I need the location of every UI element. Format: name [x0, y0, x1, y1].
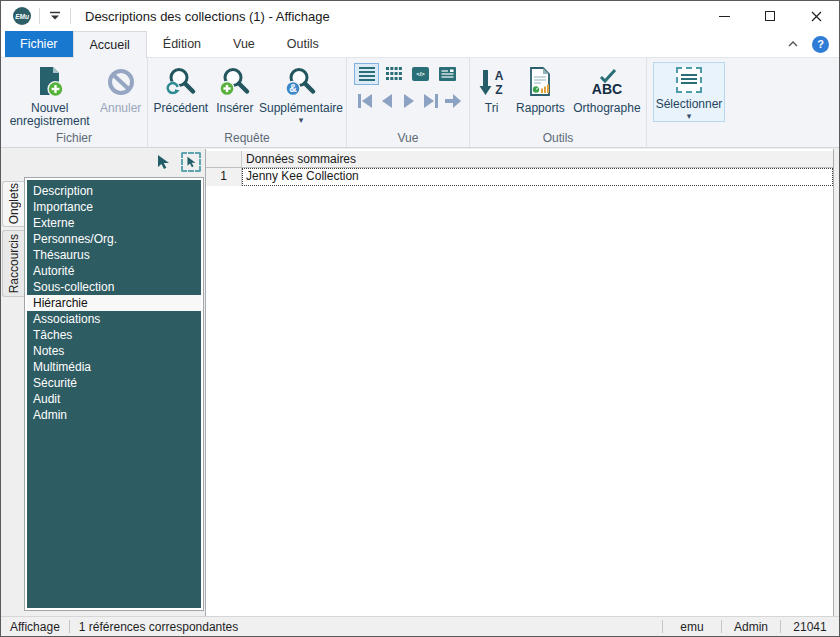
svg-text:Z: Z [495, 83, 502, 97]
quick-access-dropdown-icon[interactable] [48, 9, 62, 23]
sidebar-item-thesaurus[interactable]: Thésaurus [27, 247, 201, 263]
sidebar-item-externe[interactable]: Externe [27, 215, 201, 231]
sidebar-item-taches[interactable]: Tâches [27, 327, 201, 343]
sidebar-item-admin[interactable]: Admin [27, 407, 201, 423]
tab-fichier[interactable]: Fichier [5, 31, 73, 57]
reports-button[interactable]: Rapports [511, 61, 570, 116]
status-server: emu [663, 620, 721, 634]
sidebar-item-hierarchie[interactable]: Hiérarchie [27, 295, 201, 311]
new-record-button[interactable]: Nouvel enregistrement [3, 61, 96, 129]
spellcheck-icon: ABC [584, 62, 630, 102]
ribbon-group-fichier: Nouvel enregistrement Annuler Fichier [1, 58, 148, 147]
sort-button[interactable]: A Z Tri [472, 61, 511, 116]
marquee-select-icon[interactable] [181, 152, 201, 172]
help-button[interactable]: ? [812, 36, 829, 53]
spelling-button[interactable]: ABC Orthographe [570, 61, 644, 116]
spelling-label: Orthographe [573, 102, 640, 115]
previous-record-icon [380, 93, 394, 109]
sidebar-item-description[interactable]: Description [27, 183, 201, 199]
collapse-ribbon-button[interactable] [784, 35, 802, 53]
sidebar-item-autorite[interactable]: Autorité [27, 263, 201, 279]
last-record-icon [422, 93, 440, 109]
content-area: Onglets Raccourcis Description Importanc… [1, 148, 839, 616]
emu-window: EMu Descriptions des collections (1) - A… [0, 0, 840, 637]
selection-lines-icon [681, 74, 697, 86]
sidebar-item-personnes-org[interactable]: Personnes/Org. [27, 231, 201, 247]
cancel-icon [105, 62, 137, 102]
tabs-sidebar-panel: Description Importance Externe Personnes… [24, 177, 204, 611]
tab-vue[interactable]: Vue [217, 31, 271, 57]
pointer-icon[interactable] [153, 152, 173, 172]
goto-record-button [443, 92, 462, 110]
column-header-donnees-sommaires[interactable]: Données sommaires [242, 151, 833, 168]
tab-edition[interactable]: Édition [147, 31, 217, 57]
grid-view-icon [386, 67, 402, 81]
status-mode: Affichage [1, 620, 69, 634]
group-label-requete: Requête [148, 131, 346, 145]
first-record-icon [356, 93, 374, 109]
first-record-button [355, 92, 374, 110]
sidebar-item-importance[interactable]: Importance [27, 199, 201, 215]
status-port: 21041 [781, 620, 839, 634]
minimize-icon [719, 16, 730, 17]
previous-query-label: Précédent [153, 102, 208, 115]
minimize-button[interactable] [701, 1, 747, 31]
status-message: 1 références correspondantes [70, 620, 247, 634]
sort-az-icon: A Z [477, 62, 507, 102]
svg-text:A: A [494, 69, 503, 83]
close-button[interactable] [793, 1, 839, 31]
list-view-button[interactable] [354, 63, 379, 85]
close-icon [811, 11, 822, 22]
ribbon-group-select: Sélectionner ▾ [647, 58, 727, 147]
search-additional-icon: & [284, 62, 318, 102]
sort-label: Tri [485, 102, 499, 115]
sidebar-item-sous-collection[interactable]: Sous-collection [27, 279, 201, 295]
status-bar: Affichage 1 références correspondantes e… [1, 616, 839, 636]
page-view-button[interactable] [435, 63, 460, 85]
sidebar-item-securite[interactable]: Sécurité [27, 375, 201, 391]
next-record-button [399, 92, 418, 110]
sidebar-item-audit[interactable]: Audit [27, 391, 201, 407]
tab-accueil[interactable]: Accueil [73, 31, 147, 58]
sidebar-tab-label: Raccourcis [7, 234, 21, 293]
additional-query-button[interactable]: & Supplémentaire ▾ [258, 61, 344, 126]
sidebar-tab-raccourcis[interactable]: Raccourcis [2, 230, 24, 297]
reports-label: Rapports [516, 102, 565, 115]
selection-mode-toolbar [153, 152, 201, 172]
sidebar-tab-strip: Onglets Raccourcis [2, 181, 24, 300]
maximize-icon [765, 11, 775, 21]
code-view-button[interactable]: </> [408, 63, 433, 85]
table-corner-cell [206, 151, 242, 168]
dropdown-caret-icon: ▾ [687, 112, 692, 121]
list-view-icon [359, 67, 375, 81]
group-label-outils: Outils [470, 131, 646, 145]
insert-button[interactable]: Insérer [212, 61, 258, 116]
status-user: Admin [722, 620, 780, 634]
sidebar-tab-label: Onglets [7, 183, 21, 224]
svg-text:ABC: ABC [592, 81, 622, 97]
sidebar-item-multimedia[interactable]: Multimédia [27, 359, 201, 375]
select-button[interactable]: Sélectionner ▾ [653, 62, 725, 122]
grid-view-button[interactable] [381, 63, 406, 85]
ribbon: Nouvel enregistrement Annuler Fichier [1, 58, 839, 148]
group-label-vue: Vue [347, 131, 469, 145]
reports-icon [525, 62, 555, 102]
goto-record-icon [444, 93, 462, 109]
select-label: Sélectionner [656, 97, 723, 111]
row-number-cell[interactable]: 1 [206, 168, 242, 186]
cancel-button: Annuler [96, 61, 145, 116]
previous-query-button[interactable]: Précédent [150, 61, 212, 116]
table-row[interactable]: 1 Jenny Kee Collection [206, 168, 833, 186]
ribbon-tab-bar: Fichier Accueil Édition Vue Outils ? [1, 31, 839, 58]
sidebar-item-associations[interactable]: Associations [27, 311, 201, 327]
new-record-label: Nouvel enregistrement [5, 102, 94, 128]
window-title: Descriptions des collections (1) - Affic… [85, 9, 330, 24]
cancel-label: Annuler [100, 102, 141, 115]
maximize-button[interactable] [747, 1, 793, 31]
summary-data-cell[interactable]: Jenny Kee Collection [242, 168, 833, 186]
divider [39, 8, 40, 24]
group-label-fichier: Fichier [1, 131, 147, 145]
tab-outils[interactable]: Outils [271, 31, 335, 57]
sidebar-item-notes[interactable]: Notes [27, 343, 201, 359]
sidebar-tab-onglets[interactable]: Onglets [2, 181, 24, 227]
